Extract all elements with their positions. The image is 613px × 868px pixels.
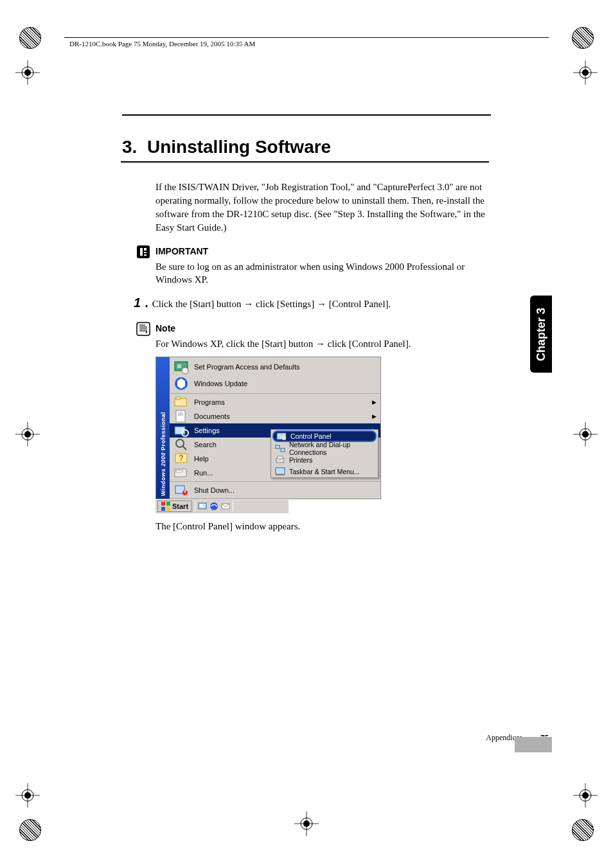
svg-rect-72 bbox=[200, 504, 204, 507]
svg-rect-43 bbox=[176, 397, 180, 400]
arrow-icon: → bbox=[315, 338, 325, 349]
menu-item-programs[interactable]: Programs ▶ bbox=[170, 395, 380, 409]
svg-rect-44 bbox=[176, 411, 185, 422]
settings-icon bbox=[173, 423, 189, 438]
registration-mark bbox=[573, 422, 598, 447]
svg-rect-60 bbox=[276, 445, 280, 448]
quicklaunch-desktop-icon[interactable] bbox=[198, 502, 207, 511]
svg-rect-68 bbox=[166, 502, 170, 506]
registration-mark bbox=[294, 811, 319, 836]
quicklaunch-outlook-icon[interactable] bbox=[221, 502, 230, 511]
section-underline bbox=[121, 161, 489, 163]
svg-rect-32 bbox=[144, 254, 147, 256]
step-number: 1 bbox=[134, 296, 141, 310]
registration-mark bbox=[15, 783, 40, 808]
windows-logo-icon bbox=[161, 502, 170, 511]
svg-rect-29 bbox=[140, 248, 143, 256]
svg-rect-61 bbox=[281, 448, 285, 452]
svg-rect-70 bbox=[166, 507, 170, 511]
program-access-icon bbox=[173, 359, 189, 375]
header-rule bbox=[64, 37, 549, 38]
registration-mark bbox=[15, 60, 40, 85]
control-panel-icon bbox=[276, 431, 287, 441]
page-footer: Appendices 75 bbox=[122, 732, 549, 743]
intro-paragraph: If the ISIS/TWAIN Driver, "Job Registrat… bbox=[155, 181, 488, 235]
menu-separator bbox=[170, 481, 380, 482]
note-label: Note bbox=[155, 323, 175, 333]
submenu-label: Taskbar & Start Menu... bbox=[289, 468, 360, 475]
start-button-label: Start bbox=[172, 502, 188, 510]
programs-icon bbox=[173, 394, 189, 410]
svg-line-50 bbox=[182, 446, 186, 450]
svg-point-40 bbox=[182, 368, 188, 374]
menu-item-program-access[interactable]: Set Program Access and Defaults bbox=[170, 359, 380, 375]
submenu-label: Printers bbox=[289, 456, 312, 464]
menu-label: Run... bbox=[194, 469, 213, 477]
step-text-a: Click the [Start] button bbox=[152, 299, 244, 309]
taskbar: Start bbox=[155, 499, 289, 513]
windows-update-icon bbox=[173, 376, 189, 391]
submenu-label: Network and Dial-up Connections bbox=[289, 441, 374, 456]
taskbar-divider bbox=[195, 501, 195, 511]
menu-item-windows-update[interactable]: Windows Update bbox=[170, 375, 380, 392]
settings-submenu: Control Panel Network and Dial-up Connec… bbox=[271, 429, 378, 478]
section-title-text: Uninstalling Software bbox=[147, 137, 331, 157]
documents-icon bbox=[173, 409, 189, 424]
submenu-arrow-icon: ▶ bbox=[372, 413, 377, 420]
step-dot: . bbox=[145, 296, 148, 310]
menu-separator bbox=[170, 393, 380, 394]
search-icon bbox=[173, 437, 189, 452]
print-mark-circle bbox=[19, 819, 41, 841]
registration-mark bbox=[15, 422, 40, 447]
network-icon bbox=[275, 443, 285, 454]
print-mark-circle bbox=[19, 27, 41, 49]
svg-text:?: ? bbox=[179, 454, 183, 463]
svg-rect-69 bbox=[161, 507, 165, 511]
arrow-icon: → bbox=[244, 298, 253, 309]
start-menu-screenshot: Windows 2000 Professional Set Program Ac… bbox=[155, 357, 488, 513]
menu-label: Programs bbox=[194, 398, 225, 406]
menu-label: Windows Update bbox=[194, 380, 247, 387]
svg-rect-65 bbox=[276, 468, 285, 474]
menu-label: Help bbox=[194, 455, 209, 463]
menu-item-shutdown[interactable]: Shut Down... bbox=[170, 483, 380, 497]
svg-rect-30 bbox=[144, 248, 147, 251]
menu-label: Search bbox=[194, 441, 217, 448]
page-header-text: DR-1210C.book Page 75 Monday, December 1… bbox=[69, 40, 255, 48]
note-body-b: click [Control Panel]. bbox=[325, 339, 411, 349]
step-text-b: click [Settings] bbox=[253, 299, 317, 309]
svg-rect-31 bbox=[144, 252, 147, 253]
help-icon: ? bbox=[173, 451, 189, 466]
svg-rect-67 bbox=[161, 502, 165, 506]
taskbar-icon bbox=[275, 466, 285, 477]
menu-item-documents[interactable]: Documents ▶ bbox=[170, 409, 380, 423]
important-body: Be sure to log on as an administrator wh… bbox=[155, 260, 488, 287]
note-icon bbox=[136, 322, 150, 336]
svg-rect-28 bbox=[137, 245, 150, 258]
menu-label: Documents bbox=[194, 412, 230, 420]
step-text-c: [Control Panel]. bbox=[326, 299, 391, 309]
step-text: Click the [Start] button → click [Settin… bbox=[152, 298, 391, 310]
footer-thumb-block bbox=[515, 737, 552, 752]
shutdown-icon bbox=[173, 483, 189, 498]
svg-point-59 bbox=[282, 436, 286, 440]
taskbar-divider bbox=[233, 501, 233, 511]
arrow-icon: → bbox=[317, 298, 326, 309]
submenu-item-network[interactable]: Network and Dial-up Connections bbox=[271, 443, 378, 454]
start-button[interactable]: Start bbox=[157, 500, 192, 512]
submenu-item-taskbar[interactable]: Taskbar & Start Menu... bbox=[271, 466, 378, 477]
menu-label: Settings bbox=[194, 427, 220, 434]
quicklaunch-ie-icon[interactable] bbox=[209, 502, 218, 511]
important-label: IMPORTANT bbox=[155, 246, 208, 256]
svg-rect-39 bbox=[177, 364, 181, 368]
note-body-a: For Windows XP, click the [Start] button bbox=[155, 339, 315, 349]
svg-rect-64 bbox=[278, 456, 283, 459]
chapter-tab: Chapter 3 bbox=[530, 296, 552, 373]
note-body: For Windows XP, click the [Start] button… bbox=[155, 337, 488, 350]
svg-rect-66 bbox=[276, 474, 285, 475]
menu-label: Shut Down... bbox=[194, 486, 235, 494]
submenu-arrow-icon: ▶ bbox=[372, 399, 377, 405]
start-menu-sidebar: Windows 2000 Professional bbox=[156, 357, 170, 499]
print-mark-circle bbox=[572, 27, 594, 49]
printers-icon bbox=[275, 455, 285, 465]
